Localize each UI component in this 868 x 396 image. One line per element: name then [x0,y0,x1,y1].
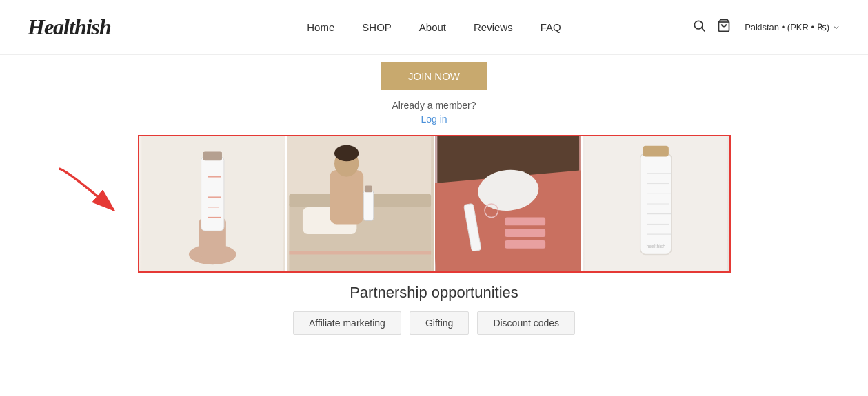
svg-rect-8 [203,152,221,161]
svg-point-0 [695,21,703,29]
header-icons [692,19,731,36]
svg-rect-18 [330,170,363,224]
image-cell-4: healthish [581,136,729,271]
partnership-section: Partnership opportunities Affiliate mark… [293,284,575,335]
svg-rect-23 [289,251,431,255]
svg-text:healthish: healthish [647,244,666,249]
image-cell-3 [434,136,582,271]
svg-rect-7 [201,156,223,231]
image-grid: healthish [138,135,731,273]
nav-shop[interactable]: SHOP [362,21,392,33]
nav-faq[interactable]: FAQ [541,21,561,33]
svg-rect-30 [505,240,545,249]
image-cell-1 [139,136,286,271]
login-link[interactable]: Log in [421,114,447,125]
search-icon[interactable] [692,19,706,36]
svg-rect-34 [643,146,669,157]
currency-selector[interactable]: Pakistan • (PKR • ₨) [745,22,840,32]
discount-codes-button[interactable]: Discount codes [477,311,575,335]
svg-line-1 [702,28,705,31]
site-logo[interactable]: Healthish [28,14,111,40]
already-member-text: Already a member? [392,100,476,111]
nav-home[interactable]: Home [307,21,334,33]
cart-icon[interactable] [717,19,731,36]
svg-rect-28 [505,218,545,226]
image-cell-2 [285,136,434,271]
main-nav: Home SHOP About Reviews FAQ [307,21,561,33]
header-right: Pakistan • (PKR • ₨) [692,19,840,36]
annotation-arrow [45,162,141,233]
svg-point-20 [334,145,359,162]
svg-rect-29 [505,229,545,237]
svg-rect-21 [363,190,374,220]
top-section: JOIN NOW Already a member? Log in [381,55,487,135]
affiliate-marketing-button[interactable]: Affiliate marketing [293,311,401,335]
join-button[interactable]: JOIN NOW [381,62,487,90]
site-header: Healthish Home SHOP About Reviews FAQ [0,0,868,55]
currency-label: Pakistan • (PKR • ₨) [745,22,829,32]
chevron-down-icon [832,23,840,32]
gifting-button[interactable]: Gifting [410,311,469,335]
main-content: JOIN NOW Already a member? Log in [0,55,868,348]
svg-rect-22 [365,186,372,193]
partnership-title: Partnership opportunities [350,284,518,302]
nav-about[interactable]: About [419,21,446,33]
nav-reviews[interactable]: Reviews [474,21,513,33]
partnership-buttons: Affiliate marketing Gifting Discount cod… [293,311,575,335]
